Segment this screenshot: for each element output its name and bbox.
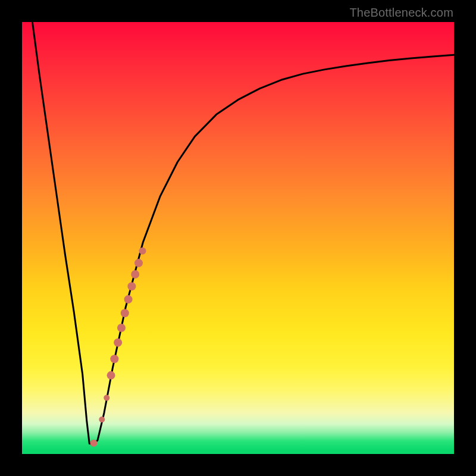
data-point [117,324,126,332]
data-point [110,355,118,363]
data-point [124,295,133,303]
data-point [134,259,143,267]
data-point [121,309,129,317]
data-markers [90,248,146,447]
data-point [131,270,139,278]
curve-line [32,22,454,444]
plot-area [22,22,454,454]
data-point [127,282,136,290]
bottleneck-curve [32,22,454,444]
data-point [139,248,146,255]
data-point [104,395,109,401]
watermark-text: TheBottleneck.com [349,6,453,20]
data-point [114,339,122,347]
data-point [99,416,105,422]
chart-svg [22,22,454,454]
data-point [107,371,115,380]
data-point [90,440,98,447]
chart-frame: TheBottleneck.com [0,0,476,476]
